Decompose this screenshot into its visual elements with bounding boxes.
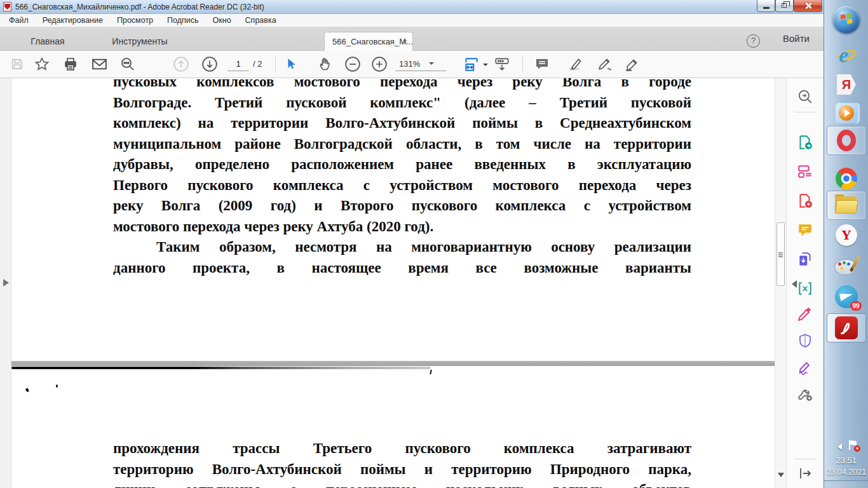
edit-pdf-icon[interactable]	[796, 163, 814, 180]
text-line: Волгограде. Третий пусковой комплекс" (д…	[113, 93, 691, 114]
show-desktop-button[interactable]	[824, 480, 868, 488]
zoom-out-icon[interactable]	[344, 56, 361, 72]
zoom-in-icon[interactable]	[371, 56, 388, 72]
menu-view[interactable]: Просмотр	[110, 16, 160, 25]
comment-icon[interactable]	[534, 56, 550, 72]
date[interactable]: 23.04.2021	[824, 468, 868, 477]
adobe-acrobat-icon[interactable]	[827, 313, 866, 342]
export-pdf-icon[interactable]	[796, 133, 814, 151]
tab-tools[interactable]: Инструменты	[95, 32, 184, 51]
protect-icon[interactable]	[796, 332, 814, 349]
text-line: Первого пускового комплекса с устройство…	[113, 175, 691, 196]
tab-bar: Главная Инструменты 566_Снаговская_М... …	[0, 27, 824, 51]
toolbar: 1 / 2 131%	[0, 51, 824, 78]
fit-width-icon[interactable]	[463, 56, 480, 72]
menu-help[interactable]: Справка	[238, 16, 283, 25]
fill-and-sign-icon[interactable]	[796, 305, 814, 323]
sign-pen-icon[interactable]	[597, 56, 614, 72]
page-total-label: / 2	[253, 57, 262, 71]
menu-file[interactable]: Файл	[0, 16, 36, 25]
text-line: муниципальном районе Волгоградской облас…	[113, 134, 691, 155]
vertical-scrollbar[interactable]	[775, 78, 786, 488]
zoom-level-select[interactable]: 131%	[395, 57, 446, 71]
yandex-app-icon[interactable]: Я	[827, 70, 866, 99]
chevron-down-icon	[429, 62, 434, 67]
star-icon[interactable]	[34, 56, 50, 72]
tab-document-label: 566_Снаговская_М...	[332, 37, 413, 46]
search-icon[interactable]	[119, 56, 136, 72]
yandex-browser-icon[interactable]: Y	[827, 220, 866, 250]
close-button[interactable]	[794, 0, 822, 12]
tab-document[interactable]: 566_Снаговская_М... ×	[324, 32, 413, 51]
print-icon[interactable]	[62, 56, 79, 72]
windows-explorer-icon[interactable]	[827, 191, 866, 220]
pdf-file-icon	[3, 2, 11, 11]
hand-tool-icon[interactable]	[317, 56, 334, 72]
text-line: прохождения трассы Третьего пускового ко…	[113, 438, 691, 459]
text-line: дубравы, определено расположением ранее …	[113, 154, 691, 175]
close-tab-icon[interactable]: ×	[402, 32, 407, 51]
highlight-icon[interactable]	[567, 56, 583, 72]
windows-media-player-icon[interactable]	[827, 98, 866, 128]
menu-sign[interactable]: Подпись	[160, 16, 205, 25]
text-line: линии сопряжены с пересечением нескольки…	[113, 480, 691, 488]
menu-edit[interactable]: Редактирование	[36, 16, 110, 25]
show-hidden-icons[interactable]	[834, 444, 842, 450]
taskbar: e Я Y	[824, 0, 868, 488]
scan-artifact	[11, 367, 431, 369]
help-icon[interactable]: ?	[747, 34, 760, 48]
text-line: мостового перехода через реку Ахтуба (20…	[113, 217, 691, 238]
scan-artifact	[56, 384, 58, 388]
window-title: 566_Снаговская_Михайличенко.pdf - Adobe …	[15, 3, 264, 11]
telegram-icon[interactable]: 99	[827, 282, 866, 311]
page-number-input[interactable]: 1	[227, 57, 249, 71]
clock[interactable]: 23:51	[824, 456, 868, 465]
restore-button[interactable]	[775, 0, 794, 12]
text-line: Таким образом, несмотря на многовариантн…	[113, 237, 691, 258]
previous-page-icon[interactable]	[173, 56, 189, 72]
comment-tool-icon[interactable]	[796, 221, 814, 239]
start-button[interactable]	[832, 6, 860, 34]
combine-files-icon[interactable]	[796, 250, 814, 268]
email-icon[interactable]	[91, 56, 107, 72]
chevron-down-icon[interactable]	[483, 64, 488, 69]
fill-sign-icon[interactable]	[624, 56, 641, 72]
chrome-icon[interactable]	[827, 164, 866, 193]
scroll-down-icon[interactable]	[778, 473, 784, 480]
save-icon[interactable]	[9, 56, 25, 72]
action-center-flag-icon[interactable]: ×	[848, 440, 858, 451]
opera-icon[interactable]	[827, 126, 866, 155]
zoom-level-value: 131%	[395, 59, 420, 69]
page1-text: пусковых комплексов мостового перехода ч…	[113, 78, 691, 278]
next-page-icon[interactable]	[201, 56, 218, 72]
minimize-button[interactable]	[757, 0, 775, 12]
scrollbar-thumb[interactable]	[776, 222, 785, 286]
compress-pdf-icon[interactable]	[796, 280, 814, 297]
page2-text: прохождения трассы Третьего пускового ко…	[113, 438, 691, 488]
text-line: территорию Волго-Ахтубинской поймы и тер…	[113, 459, 691, 480]
more-tools-icon[interactable]	[796, 385, 814, 403]
left-pane-strip	[0, 78, 11, 488]
sign-in-button[interactable]: Войти	[783, 33, 810, 44]
toolbar-options-icon[interactable]	[494, 56, 510, 72]
menu-bar: Файл Редактирование Просмотр Подпись Окн…	[0, 14, 824, 27]
menu-window[interactable]: Окно	[206, 16, 238, 25]
request-signatures-icon[interactable]	[796, 358, 814, 376]
main-area: пусковых комплексов мостового перехода ч…	[0, 78, 824, 488]
search-tools-icon[interactable]	[796, 88, 814, 105]
title-bar: 566_Снаговская_Михайличенко.pdf - Adobe …	[0, 0, 824, 14]
create-pdf-icon[interactable]	[796, 192, 814, 210]
select-tool-icon[interactable]	[283, 56, 299, 72]
collapse-panel-icon[interactable]	[788, 280, 797, 288]
internet-explorer-icon[interactable]: e	[827, 41, 866, 71]
expand-pane-icon[interactable]	[796, 464, 814, 482]
screen: 566_Снаговская_Михайличенко.pdf - Adobe …	[0, 0, 868, 488]
text-line: комплекс) на территории Волго-Ахтубинско…	[113, 113, 691, 134]
paint-icon[interactable]	[827, 252, 866, 281]
scan-artifact	[25, 388, 29, 392]
telegram-badge: 99	[850, 301, 862, 311]
text-line: реку Волга (2009 год) и Второго пусковог…	[113, 196, 691, 217]
tools-panel	[786, 78, 824, 488]
tab-home[interactable]: Главная	[13, 32, 83, 51]
text-line: данного проекта, в настоящее время все в…	[113, 258, 691, 279]
